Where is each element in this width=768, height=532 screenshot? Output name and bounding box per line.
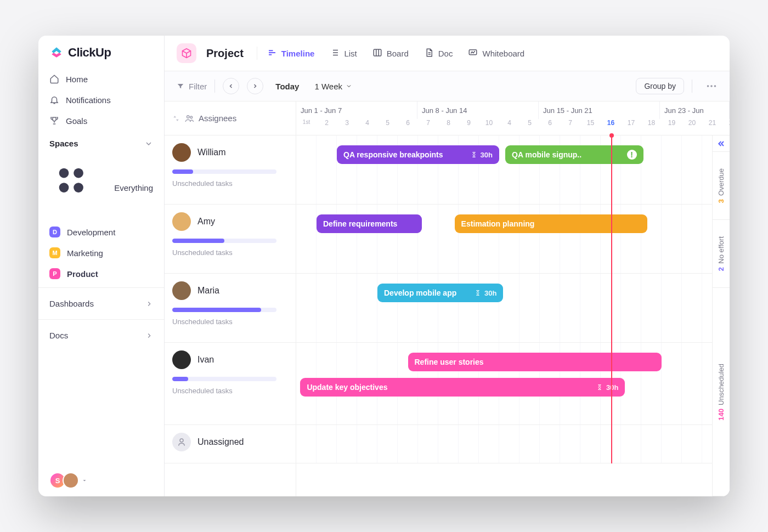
timeline-icon: [267, 48, 277, 59]
sidebar-item-everything[interactable]: Everything: [38, 154, 164, 222]
avatar: [172, 281, 191, 300]
day-header: 4: [357, 119, 377, 134]
timeline-toolbar: Filter Today 1 Week Group by: [165, 71, 730, 101]
group-by-button[interactable]: Group by: [636, 78, 684, 94]
space-chip-icon: D: [49, 227, 60, 237]
progress-bar: [172, 308, 276, 312]
week-header: Jun 8 - Jun 14: [417, 101, 539, 119]
day-header: 18: [641, 119, 662, 134]
day-header: 23: [722, 119, 730, 134]
unscheduled-label: Unscheduled tasks: [172, 387, 288, 395]
task-bar[interactable]: Develop mobile app30h: [377, 284, 503, 302]
week-header: Jun 1 - Jun 7: [296, 101, 417, 119]
svg-point-0: [59, 168, 69, 178]
gantt-lane: Define requirementsEstimation planning: [296, 205, 730, 274]
unscheduled-label: Unscheduled tasks: [172, 179, 288, 188]
svg-point-11: [180, 439, 183, 442]
progress-bar: [172, 239, 276, 243]
project-title: Project: [206, 47, 244, 60]
nav-docs[interactable]: Docs: [38, 323, 164, 348]
assignee-row[interactable]: MariaUnscheduled tasks: [165, 274, 296, 343]
week-header: Jun 15 - Jun 21: [539, 101, 660, 119]
day-header: 6: [398, 119, 418, 134]
hourglass-icon: [471, 151, 477, 158]
avatar-user: [63, 472, 79, 489]
brand-logo[interactable]: ClickUp: [38, 46, 164, 69]
assignee-name: Maria: [197, 286, 219, 296]
range-selector[interactable]: 1 Week: [314, 82, 352, 91]
nav-notifications[interactable]: Notifications: [38, 89, 164, 110]
alert-badge-icon: !: [627, 150, 637, 160]
avatar: [172, 212, 191, 231]
gantt-lane: Develop mobile app30h: [296, 274, 730, 343]
clickup-logo-icon: [49, 46, 64, 60]
prev-period-button[interactable]: [223, 78, 239, 94]
double-chevron-left-icon: [717, 139, 726, 148]
rail-overdue[interactable]: Overdue 3: [713, 152, 730, 220]
chevron-left-icon: [228, 83, 234, 89]
view-tab-doc[interactable]: Doc: [424, 48, 453, 59]
task-bar[interactable]: QA mobile signup..!: [505, 145, 643, 164]
caret-down-icon: [81, 477, 88, 484]
sidebar-space-development[interactable]: DDevelopment: [38, 222, 164, 242]
spaces-header[interactable]: Spaces: [38, 131, 164, 154]
day-header: 15: [580, 119, 601, 134]
next-period-button[interactable]: [247, 78, 263, 94]
more-options-icon[interactable]: [705, 80, 718, 92]
assignee-row[interactable]: IvanUnscheduled tasks: [165, 343, 296, 425]
day-header: 20: [682, 119, 702, 134]
right-rail: Overdue 3 No effort 2 Unscheduled 140: [712, 135, 730, 496]
assignee-column-header[interactable]: Assignees: [165, 101, 296, 135]
day-header: 19: [662, 119, 682, 134]
assignee-name: Ivan: [197, 355, 214, 365]
view-tab-timeline[interactable]: Timeline: [267, 48, 315, 59]
chart-header: Jun 1 - Jun 7Jun 8 - Jun 14Jun 15 - Jun …: [296, 101, 730, 135]
sidebar-space-marketing[interactable]: MMarketing: [38, 242, 164, 263]
svg-point-10: [190, 116, 193, 118]
bell-icon: [49, 95, 59, 105]
assignee-name: Amy: [197, 217, 215, 227]
filter-button[interactable]: Filter: [177, 82, 207, 91]
today-button[interactable]: Today: [275, 82, 299, 91]
day-header: 9: [459, 119, 479, 134]
cube-icon: [181, 48, 192, 59]
view-tab-board[interactable]: Board: [372, 48, 409, 59]
chevron-right-icon: [145, 300, 153, 308]
progress-bar: [172, 377, 276, 381]
task-bar[interactable]: Define requirements: [317, 214, 422, 233]
avatar: [172, 350, 191, 369]
rail-collapse-button[interactable]: [713, 135, 730, 152]
task-bar[interactable]: Update key objectives30h: [300, 378, 625, 397]
space-chip-icon: P: [49, 268, 60, 279]
assignee-row[interactable]: AmyUnscheduled tasks: [165, 205, 296, 274]
task-bar[interactable]: QA responsive breakpoints30h: [337, 145, 499, 164]
view-tab-list[interactable]: List: [330, 48, 357, 59]
day-header: 7: [418, 119, 438, 134]
task-label: Update key objectives: [307, 383, 387, 392]
svg-point-9: [187, 115, 190, 118]
chevron-right-icon: [252, 83, 258, 89]
progress-bar: [172, 169, 276, 174]
day-header: 21: [702, 119, 722, 134]
assignee-row[interactable]: Unassigned: [165, 425, 296, 463]
task-hours: 30h: [475, 289, 496, 297]
avatar: [172, 143, 191, 162]
day-header: 4: [499, 119, 519, 134]
gantt-chart: Jun 1 - Jun 7Jun 8 - Jun 14Jun 15 - Jun …: [296, 101, 730, 496]
task-bar[interactable]: Refine user stories: [408, 353, 662, 371]
svg-point-1: [74, 168, 83, 178]
chevron-right-icon: [145, 332, 153, 339]
view-tab-whiteboard[interactable]: Whiteboard: [468, 48, 524, 59]
nav-dashboards[interactable]: Dashboards: [38, 291, 164, 316]
task-label: QA responsive breakpoints: [343, 150, 443, 159]
sidebar-user-stack[interactable]: S: [38, 472, 164, 489]
nav-home[interactable]: Home: [38, 69, 164, 89]
rail-unscheduled[interactable]: Unscheduled 140: [713, 288, 730, 496]
task-bar[interactable]: Estimation planning: [455, 214, 648, 233]
sidebar-space-product[interactable]: PProduct: [38, 263, 164, 284]
day-header: 5: [519, 119, 540, 134]
chevron-down-icon: [346, 83, 352, 89]
rail-no-effort[interactable]: No effort 2: [713, 220, 730, 288]
assignee-row[interactable]: WilliamUnscheduled tasks: [165, 135, 296, 205]
nav-goals[interactable]: Goals: [38, 110, 164, 131]
